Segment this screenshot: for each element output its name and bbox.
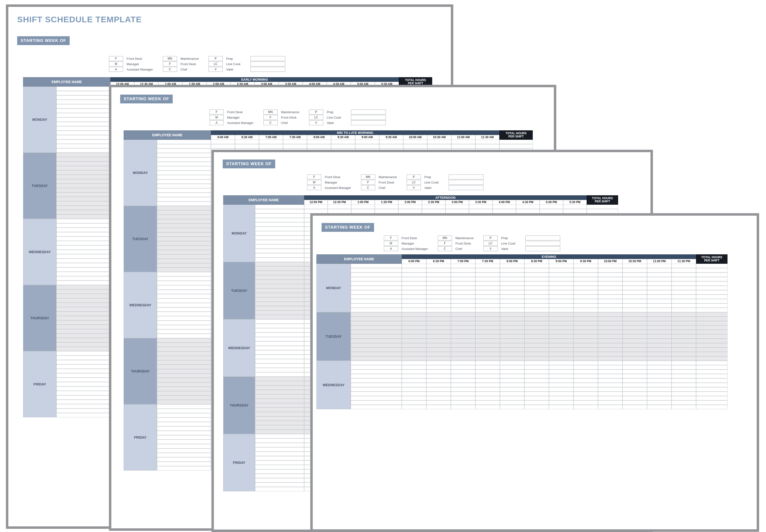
shift-slot[interactable] xyxy=(375,205,398,209)
shift-slot[interactable] xyxy=(475,356,500,361)
employee-name-cell[interactable] xyxy=(255,483,304,487)
employee-name-cell[interactable] xyxy=(351,277,402,281)
shift-slot[interactable] xyxy=(524,277,549,281)
shift-slot[interactable] xyxy=(445,209,469,213)
employee-name-cell[interactable] xyxy=(351,303,402,308)
shift-slot[interactable] xyxy=(598,321,623,325)
employee-name-cell[interactable] xyxy=(56,153,110,157)
shift-slot[interactable] xyxy=(598,396,623,400)
shift-slot[interactable] xyxy=(573,378,598,383)
shift-slot[interactable] xyxy=(500,356,524,361)
shift-slot[interactable] xyxy=(500,374,524,378)
employee-name-cell[interactable] xyxy=(56,289,110,294)
employee-name-cell[interactable] xyxy=(157,254,211,259)
employee-name-cell[interactable] xyxy=(157,422,211,426)
employee-name-cell[interactable] xyxy=(351,383,402,387)
legend-code-0[interactable]: F xyxy=(109,56,123,61)
shift-slot[interactable] xyxy=(672,290,696,295)
employee-name-cell[interactable] xyxy=(56,175,110,179)
employee-name-cell[interactable] xyxy=(255,244,304,249)
shift-slot[interactable] xyxy=(573,325,598,330)
employee-name-cell[interactable] xyxy=(56,126,110,131)
shift-slot[interactable] xyxy=(672,378,696,383)
shift-slot[interactable] xyxy=(475,330,500,334)
shift-slot[interactable] xyxy=(492,209,516,213)
shift-slot[interactable] xyxy=(672,286,696,290)
shift-slot[interactable] xyxy=(451,281,475,286)
shift-slot[interactable] xyxy=(672,312,696,317)
shift-slot[interactable] xyxy=(672,303,696,308)
shift-slot[interactable] xyxy=(549,268,573,272)
shift-slot[interactable] xyxy=(426,392,451,396)
employee-name-cell[interactable] xyxy=(157,373,211,378)
employee-name-cell[interactable] xyxy=(255,258,304,262)
shift-slot[interactable] xyxy=(672,343,696,347)
legend-code-1[interactable]: M xyxy=(384,241,398,246)
shift-slot[interactable] xyxy=(623,308,647,312)
employee-name-cell[interactable] xyxy=(157,404,211,409)
shift-slot[interactable] xyxy=(672,405,696,409)
employee-name-cell[interactable] xyxy=(157,369,211,373)
shift-slot[interactable] xyxy=(672,334,696,339)
shift-slot[interactable] xyxy=(402,321,426,325)
shift-slot[interactable] xyxy=(451,325,475,330)
employee-name-cell[interactable] xyxy=(255,306,304,310)
employee-name-cell[interactable] xyxy=(255,447,304,452)
shift-slot[interactable] xyxy=(451,268,475,272)
employee-name-cell[interactable] xyxy=(56,281,110,285)
shift-slot[interactable] xyxy=(573,268,598,272)
shift-slot[interactable] xyxy=(426,387,451,392)
shift-slot[interactable] xyxy=(524,334,549,339)
shift-slot[interactable] xyxy=(573,352,598,356)
shift-slot[interactable] xyxy=(524,370,549,374)
employee-name-cell[interactable] xyxy=(56,413,110,417)
employee-name-cell[interactable] xyxy=(157,281,211,285)
legend-code-5[interactable]: C xyxy=(163,67,177,72)
shift-slot[interactable] xyxy=(672,352,696,356)
shift-slot[interactable] xyxy=(500,303,524,308)
shift-slot[interactable] xyxy=(475,387,500,392)
starting-week-label[interactable]: STARTING WEEK OF xyxy=(223,160,275,168)
shift-slot[interactable] xyxy=(647,352,672,356)
shift-slot[interactable] xyxy=(647,378,672,383)
employee-name-cell[interactable] xyxy=(157,232,211,237)
shift-slot[interactable] xyxy=(451,387,475,392)
shift-slot[interactable] xyxy=(623,317,647,321)
shift-slot[interactable] xyxy=(672,281,696,286)
shift-slot[interactable] xyxy=(672,321,696,325)
shift-slot[interactable] xyxy=(647,347,672,352)
shift-slot[interactable] xyxy=(500,317,524,321)
shift-slot[interactable] xyxy=(500,299,524,303)
shift-slot[interactable] xyxy=(402,272,426,277)
shift-slot[interactable] xyxy=(524,281,549,286)
employee-name-cell[interactable] xyxy=(56,404,110,408)
shift-slot[interactable] xyxy=(647,392,672,396)
shift-slot[interactable] xyxy=(598,370,623,374)
legend-code-8[interactable]: V xyxy=(407,185,421,190)
shift-slot[interactable] xyxy=(355,144,379,148)
shift-slot[interactable] xyxy=(672,295,696,299)
shift-slot[interactable] xyxy=(598,272,623,277)
employee-name-cell[interactable] xyxy=(351,295,402,299)
shift-slot[interactable] xyxy=(304,209,328,213)
shift-slot[interactable] xyxy=(549,387,573,392)
shift-slot[interactable] xyxy=(451,330,475,334)
employee-name-cell[interactable] xyxy=(351,330,402,334)
shift-slot[interactable] xyxy=(475,325,500,330)
shift-slot[interactable] xyxy=(426,277,451,281)
shift-slot[interactable] xyxy=(573,264,598,268)
employee-name-cell[interactable] xyxy=(56,179,110,184)
employee-name-cell[interactable] xyxy=(351,400,402,405)
shift-slot[interactable] xyxy=(549,392,573,396)
shift-slot[interactable] xyxy=(573,299,598,303)
shift-slot[interactable] xyxy=(549,370,573,374)
employee-name-cell[interactable] xyxy=(255,209,304,213)
employee-name-cell[interactable] xyxy=(56,325,110,329)
shift-slot[interactable] xyxy=(524,339,549,343)
employee-name-cell[interactable] xyxy=(255,240,304,244)
shift-slot[interactable] xyxy=(598,374,623,378)
legend-code-4[interactable]: F xyxy=(361,180,375,185)
shift-slot[interactable] xyxy=(598,334,623,339)
legend-code-3[interactable]: MN xyxy=(361,174,375,179)
shift-slot[interactable] xyxy=(623,321,647,325)
